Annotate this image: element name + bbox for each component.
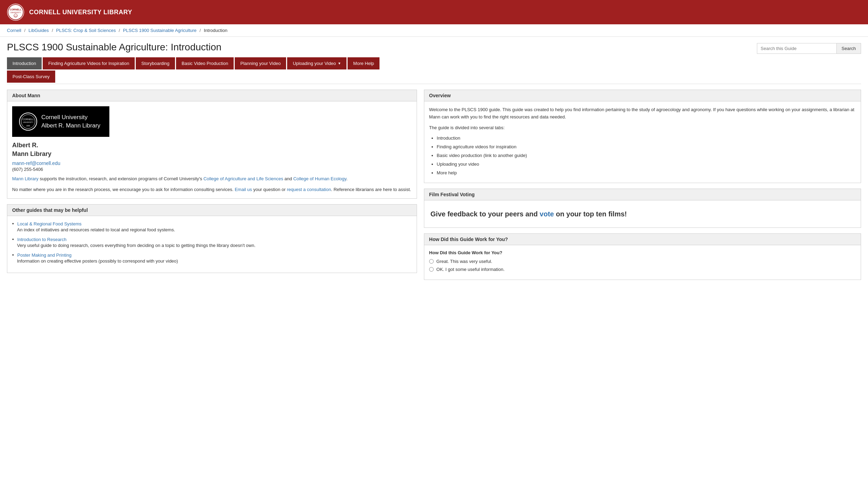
request-consultation-link[interactable]: request a consultation — [287, 187, 331, 192]
survey-option-great: Great. This was very useful. — [429, 259, 856, 264]
tab-basic-video[interactable]: Basic Video Production — [176, 57, 234, 69]
page-title-area: PLSCS 1900 Sustainable Agriculture: Intr… — [0, 37, 868, 57]
other-guides-card: Other guides that may be helpful Local &… — [7, 204, 417, 273]
mann-name: Albert R. — [12, 142, 412, 149]
survey-radio-great[interactable] — [429, 259, 434, 264]
mann-library-label: Mann Library — [12, 150, 412, 158]
breadcrumb-crop-soil[interactable]: PLSCS: Crop & Soil Sciences — [56, 28, 116, 33]
tab-planning[interactable]: Planning your Video — [235, 57, 286, 69]
overview-card: Overview Welcome to the PLSCS 1900 guide… — [424, 90, 861, 183]
about-mann-header: About Mann — [7, 90, 417, 101]
list-item: Local & Regional Food Systems An index o… — [12, 221, 412, 232]
dropdown-arrow-icon: ▼ — [337, 61, 341, 65]
film-festival-body: Give feedback to your peers and vote on … — [424, 200, 861, 227]
overview-intro: Welcome to the PLSCS 1900 guide. This gu… — [429, 106, 856, 121]
search-input[interactable] — [757, 43, 837, 54]
cals-link[interactable]: College of Agriculture and Life Sciences — [203, 176, 283, 181]
email-us-link[interactable]: Email us — [235, 187, 252, 192]
tab-post-class-survey[interactable]: Post-Class Survey — [7, 71, 55, 83]
survey-card: How Did this Guide Work for You? How Did… — [424, 233, 861, 280]
film-festival-after: on your top ten films! — [554, 210, 627, 218]
tab-introduction[interactable]: Introduction — [7, 57, 42, 69]
guide-list: Local & Regional Food Systems An index o… — [12, 221, 412, 264]
page-title: PLSCS 1900 Sustainable Agriculture: Intr… — [7, 42, 222, 53]
guide-desc-food-systems: An index of initiatives and resources re… — [12, 227, 412, 232]
survey-radio-ok[interactable] — [429, 267, 434, 272]
mann-library-image: CORNELL UNIVERSITY 1865 Cornell Universi… — [12, 106, 109, 137]
breadcrumb-plscs1900[interactable]: PLSCS 1900 Sustainable Agriculture — [123, 28, 197, 33]
breadcrumb-cornell[interactable]: Cornell — [7, 28, 21, 33]
main-content: About Mann CORNELL UNIVERSITY 1865 Corn — [0, 84, 868, 291]
svg-text:CORNELL: CORNELL — [22, 118, 34, 121]
film-festival-text: Give feedback to your peers and vote on … — [429, 205, 856, 223]
cornell-seal-white-icon: CORNELL UNIVERSITY 1865 — [19, 113, 37, 131]
guide-link-intro-research[interactable]: Introduction to Research — [17, 237, 67, 242]
mann-image-line1: Cornell University — [41, 113, 100, 122]
list-item: Poster Making and Printing Information o… — [12, 252, 412, 264]
film-festival-card: Film Festival Voting Give feedback to yo… — [424, 189, 861, 228]
overview-tab-list: Introduction Finding agriculture videos … — [437, 135, 856, 176]
other-guides-header: Other guides that may be helpful — [7, 205, 417, 216]
about-mann-body: CORNELL UNIVERSITY 1865 Cornell Universi… — [7, 101, 417, 198]
mann-image-line2: Albert R. Mann Library — [41, 122, 100, 130]
list-item: Finding agriculture videos for inspirati… — [437, 143, 856, 151]
tab-finding-videos[interactable]: Finding Agriculture Videos for Inspirati… — [43, 57, 135, 69]
cornell-seal-icon: CORNELL UNIVERSITY 1865 — [7, 3, 24, 21]
guide-link-food-systems[interactable]: Local & Regional Food Systems — [17, 221, 82, 226]
survey-body: How Did this Guide Work for You? Great. … — [424, 245, 861, 280]
svg-text:1865: 1865 — [14, 15, 18, 17]
film-festival-vote-link[interactable]: vote — [540, 210, 554, 218]
breadcrumb-current: Introduction — [204, 28, 227, 33]
overview-header: Overview — [424, 90, 861, 101]
svg-text:UNIVERSITY: UNIVERSITY — [23, 121, 34, 123]
survey-sub-header: How Did this Guide Work for You? — [429, 250, 856, 255]
tab-uploading[interactable]: Uploading your Video ▼ — [287, 57, 347, 69]
list-item: More help — [437, 169, 856, 177]
about-mann-card: About Mann CORNELL UNIVERSITY 1865 Corn — [7, 90, 417, 199]
mann-consult-desc: No matter where you are in the research … — [12, 186, 412, 193]
tab-storyboarding[interactable]: Storyboarding — [136, 57, 175, 69]
survey-option-ok: OK. I got some useful information. — [429, 267, 856, 272]
search-area: Search — [757, 43, 861, 54]
search-button[interactable]: Search — [837, 43, 861, 54]
film-festival-header: Film Festival Voting — [424, 189, 861, 200]
film-festival-before: Give feedback to your peers and — [431, 210, 540, 218]
left-column: About Mann CORNELL UNIVERSITY 1865 Corn — [7, 90, 417, 285]
breadcrumb-libguides[interactable]: LibGuides — [28, 28, 49, 33]
guide-desc-intro-research: Very useful guide to doing research, cov… — [12, 243, 412, 248]
che-link[interactable]: College of Human Ecology — [293, 176, 347, 181]
svg-text:CORNELL: CORNELL — [10, 8, 22, 11]
nav-tabs-row2: Post-Class Survey — [0, 71, 868, 84]
survey-label-great: Great. This was very useful. — [436, 259, 492, 264]
site-header: CORNELL UNIVERSITY 1865 CORNELL UNIVERSI… — [0, 0, 868, 24]
overview-tabs-label: The guide is divided into several tabs: — [429, 124, 856, 132]
site-title: CORNELL UNIVERSITY LIBRARY — [29, 9, 132, 16]
mann-library-link[interactable]: Mann Library — [12, 176, 39, 181]
nav-tabs: Introduction Finding Agriculture Videos … — [0, 57, 868, 71]
survey-label-ok: OK. I got some useful information. — [436, 267, 505, 272]
svg-text:UNIVERSITY: UNIVERSITY — [10, 11, 21, 14]
list-item: Introduction — [437, 135, 856, 142]
other-guides-body: Local & Regional Food Systems An index o… — [7, 216, 417, 273]
guide-link-poster-making[interactable]: Poster Making and Printing — [17, 253, 72, 258]
list-item: Basic video production (link to another … — [437, 152, 856, 159]
tab-more-help[interactable]: More Help — [348, 57, 379, 69]
list-item: Introduction to Research Very useful gui… — [12, 237, 412, 248]
mann-description: Mann Library supports the instruction, r… — [12, 175, 412, 183]
list-item: Uploading your video — [437, 161, 856, 168]
mann-email[interactable]: mann-ref@cornell.edu — [12, 160, 412, 166]
right-column: Overview Welcome to the PLSCS 1900 guide… — [424, 90, 861, 285]
mann-phone: (607) 255-5406 — [12, 167, 412, 172]
guide-desc-poster-making: Information on creating effective poster… — [12, 258, 412, 264]
survey-header: How Did this Guide Work for You? — [424, 234, 861, 245]
breadcrumb: Cornell / LibGuides / PLSCS: Crop & Soil… — [0, 24, 868, 37]
svg-text:1865: 1865 — [26, 125, 30, 127]
tab-uploading-label: Uploading your Video — [293, 61, 336, 66]
overview-body: Welcome to the PLSCS 1900 guide. This gu… — [424, 101, 861, 183]
